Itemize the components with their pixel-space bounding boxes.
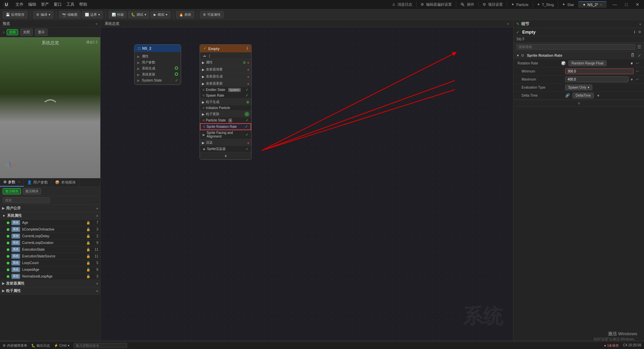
delta-dropdown-arrow[interactable]: ▼	[596, 94, 600, 98]
emitter-render-header[interactable]: ▶ 渲染 ●	[200, 139, 251, 146]
toolbar-perf[interactable]: 📊性能	[109, 11, 127, 18]
param-currentloopdelay[interactable]: 系统 CurrentLoopDelay 🔒 2	[0, 233, 100, 240]
menu-asset[interactable]: 资产	[41, 2, 49, 7]
close-button[interactable]: ✕	[634, 1, 641, 8]
menu-tool[interactable]: 工具	[66, 2, 74, 7]
add-particle-attr-btn[interactable]: +	[96, 289, 98, 293]
section-system-attr-header[interactable]: ▼ 系统属性 +	[0, 212, 100, 219]
menu-help[interactable]: 帮助	[79, 2, 87, 7]
add-user-public-btn[interactable]: +	[96, 206, 98, 210]
emitter-particle-update-header[interactable]: ▶ 粒子更新 +	[200, 111, 251, 117]
activate-module-btn[interactable]: 激活模块	[23, 188, 41, 194]
add-system-attr-btn[interactable]: +	[96, 214, 98, 218]
detail-close-btn[interactable]: ×	[639, 22, 641, 26]
ns2-row-systemstate[interactable]: ▶ System State ✓	[135, 78, 181, 83]
maximize-button[interactable]: □	[623, 1, 630, 8]
toolbar-scalability[interactable]: ⚙可延展性	[200, 11, 224, 18]
status-output-log[interactable]: 🐛 输出日志	[31, 343, 50, 348]
param-executionstatesource[interactable]: 系统 ExecutionStateSource 🔒 11	[0, 253, 100, 260]
maximum-input[interactable]	[565, 77, 629, 82]
tab-projectsettings[interactable]: ⚙项目设置	[479, 1, 507, 8]
particle-state-item[interactable]: ≡ Particle State • ✓	[200, 117, 251, 123]
particle-gen-add[interactable]: ⊕	[246, 100, 249, 104]
emitter-particle-gen-header[interactable]: ▶ 粒子生成 ⊕	[200, 99, 251, 105]
toolbar-bounds[interactable]: ⬜边界▾	[82, 11, 103, 18]
toolbar-bake[interactable]: 🔥烘焙	[176, 11, 194, 18]
params-search-input[interactable]	[3, 197, 50, 203]
section-delete-icon[interactable]	[630, 53, 635, 58]
detail-settings-icon[interactable]: ⚙	[638, 30, 641, 34]
viewport-lighting-btn[interactable]: 光照	[20, 29, 33, 36]
minimize-button[interactable]: —	[610, 1, 619, 8]
emitter-gen-header[interactable]: ▶ 发射器生成 ●	[200, 73, 251, 80]
emitter-state-item[interactable]: ≡ Emitter State System ✓	[200, 87, 251, 93]
toolbar-simulate[interactable]: ▶模拟▾	[151, 11, 170, 18]
ns2-row-properties[interactable]: ▶ 属性	[135, 53, 181, 59]
toolbar-thumbnail[interactable]: 📷缩略图	[59, 11, 80, 18]
status-content-drawer[interactable]: ⚙ 内容侧滑菜单	[3, 343, 27, 348]
params-tab-local[interactable]: 📦 本地模块	[52, 178, 79, 187]
param-normalizedloopage[interactable]: 系统 NormalizedLoopAge 🔒 3	[0, 273, 100, 280]
rotation-dropdown-arrow[interactable]: ▼	[630, 61, 634, 65]
maximum-reset-btn[interactable]: ↩	[635, 77, 640, 82]
evaluation-type-dropdown[interactable]: Spawn Only ▾	[565, 85, 592, 90]
ns2-node[interactable]: □ NS_2 ▶ 属性 ▶ 用户参数 ▶ 系统生成	[134, 44, 181, 85]
empty-emitter-node[interactable]: ✓ Empty ℹ ☁ { ▶ 属性 ⚙ ●	[200, 44, 252, 160]
param-executionstate[interactable]: 系统 ExecutionState 🔒 11	[0, 246, 100, 253]
param-bcompleteoninactive[interactable]: 系统 bCompleteOnInactive 🔒 3	[0, 226, 100, 233]
param-loopcount[interactable]: 系统 LoopCount 🔒 5	[0, 260, 100, 266]
ns2-row-userparams[interactable]: ▶ 用户参数	[135, 59, 181, 65]
init-particle-item[interactable]: ≡ Initialize Particle	[200, 105, 251, 110]
viewport-display-btn[interactable]: 显示	[35, 29, 48, 36]
add-emitter-attr-btn[interactable]: +	[96, 282, 98, 286]
menu-edit[interactable]: 编辑	[28, 2, 36, 7]
tab-tring[interactable]: ✦T_Ring	[533, 1, 558, 8]
viewport-close[interactable]: ×	[96, 22, 98, 26]
menu-window[interactable]: 窗口	[54, 2, 62, 7]
ns2-row-sysgen[interactable]: ▶ 系统生成	[135, 65, 181, 71]
menu-file[interactable]: 文件	[15, 2, 23, 7]
emitter-update-header[interactable]: ▶ 发射器更新 ●	[200, 80, 251, 87]
section-emitter-attr-header[interactable]: ▶ 发射器属性 +	[0, 280, 100, 287]
param-currentloopduration[interactable]: 系统 CurrentLoopDuration 🔒 9	[0, 240, 100, 246]
activate-btn[interactable]: 激活模块	[3, 188, 21, 194]
minimum-reset-btn[interactable]: ↩	[635, 69, 640, 74]
param-loopedage[interactable]: 系统 LoopedAge 🔒 8	[0, 266, 100, 273]
cmd-input[interactable]	[73, 343, 127, 348]
tab-plugins[interactable]: 🔌插件	[456, 1, 479, 8]
params-tab-params[interactable]: ⚙ 参数 ×	[0, 178, 24, 187]
detail-section-expand[interactable]: ∨	[514, 100, 644, 106]
delta-time-dropdown[interactable]: DeltaTime	[573, 93, 594, 98]
detail-search-input[interactable]	[516, 44, 635, 50]
emitter-props-header[interactable]: ▶ 属性 ⚙ ●	[200, 59, 251, 66]
tab-star[interactable]: ✦Star	[558, 1, 578, 8]
tab-editorprefs[interactable]: ⚙编辑器偏好设置	[417, 1, 456, 8]
section-user-public-header[interactable]: ▶ 用户公开 +	[0, 205, 100, 212]
spawn-rate-item[interactable]: ≡ Spawn Rate ✓	[200, 93, 251, 98]
detail-filter-icon[interactable]: ☰	[637, 44, 641, 49]
minimum-input[interactable]	[565, 68, 634, 74]
params-tab-user[interactable]: 👤 用户参数	[24, 178, 52, 187]
params-tab-close[interactable]: ×	[18, 180, 20, 184]
center-canvas[interactable]: 系统 □ NS_2 ▶ 属性 ▶ 用户参数	[101, 28, 513, 340]
viewport-select-btn[interactable]: 选视	[7, 29, 18, 35]
tab-ns2[interactable]: ✦NS_2*×	[579, 1, 607, 8]
toolbar-compile[interactable]: ⚙编译▾	[33, 11, 53, 18]
ns2-row-sysupdate[interactable]: ▶ 系统更新	[135, 71, 181, 78]
sprite-renderer-item[interactable]: ★ Sprite渲染器 ✓	[200, 146, 251, 152]
section-particle-attr-header[interactable]: ▶ 粒子属性 +	[0, 287, 100, 295]
emitter-fill-header[interactable]: ▶ 发射器填要 ●	[200, 66, 251, 73]
max-dropdown-arrow[interactable]: ▼	[630, 78, 634, 82]
sprite-rotation-section-header[interactable]: ▼ ⚙ Sprite Rotation Rate ✓	[514, 51, 644, 59]
sprite-rotation-item[interactable]: ≡ Sprite Rotation Rate ✓	[200, 123, 251, 130]
toolbar-save[interactable]: 💾应用暂存	[3, 11, 28, 18]
toolbar-debug[interactable]: 🐛调试▾	[128, 11, 149, 18]
particle-update-add[interactable]: +	[245, 112, 249, 116]
rotation-type-dropdown[interactable]: Random Range Float	[569, 60, 606, 66]
tab-close-ns2[interactable]: ×	[600, 3, 602, 7]
emitter-collapse-btn[interactable]: ∧	[200, 152, 251, 159]
center-close-btn[interactable]: ×	[507, 22, 509, 26]
tab-messagelog[interactable]: ⚠消息日志	[388, 1, 417, 8]
param-age[interactable]: 系统 Age 🔒 7	[0, 219, 100, 226]
rotation-reset-btn[interactable]: ↩	[635, 61, 640, 66]
